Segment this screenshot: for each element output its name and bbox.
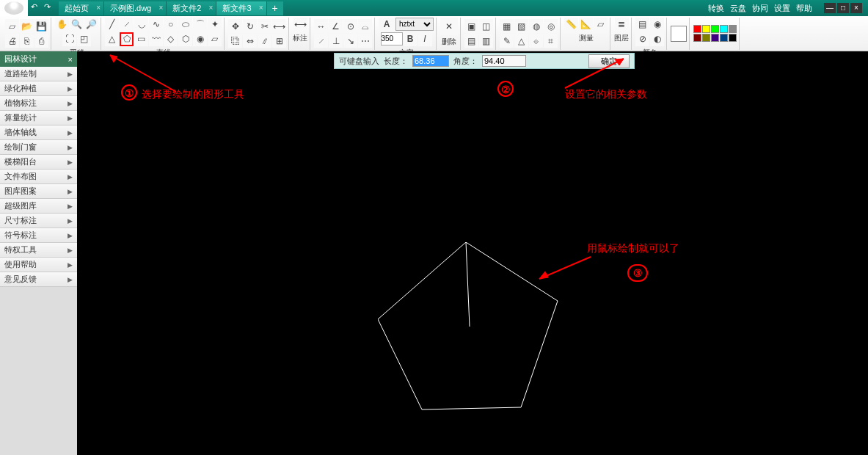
sidebar-item[interactable]: 尺寸标注▶ bbox=[0, 214, 77, 228]
measure2-icon[interactable]: 📐 bbox=[579, 18, 593, 32]
sidebar-item[interactable]: 道路绘制▶ bbox=[0, 67, 77, 81]
tab-add-button[interactable]: + bbox=[267, 1, 283, 15]
layer-prop-icon[interactable]: ▤ bbox=[635, 18, 649, 32]
new-icon[interactable]: ▱ bbox=[5, 19, 19, 33]
export-icon[interactable]: ⎘ bbox=[20, 34, 34, 48]
rect-icon[interactable]: ▭ bbox=[134, 32, 148, 46]
close-icon[interactable]: × bbox=[68, 55, 73, 64]
drawing-canvas[interactable]: 可键盘输入 长度： 角度： 确定 ① 选择要绘制的图形工具 ② 设置它的相关参数… bbox=[77, 51, 868, 455]
dim-icon[interactable]: ↔ bbox=[314, 19, 328, 33]
text-icon[interactable]: A bbox=[379, 18, 395, 32]
sidebar-item[interactable]: 特权工具▶ bbox=[0, 243, 77, 258]
move-icon[interactable]: ✥ bbox=[228, 19, 242, 33]
sidebar-item[interactable]: 墙体轴线▶ bbox=[0, 125, 77, 140]
sidebar-item[interactable]: 绘制门窗▶ bbox=[0, 140, 77, 155]
sidebar-item[interactable]: 文件布图▶ bbox=[0, 170, 77, 184]
dim-align-icon[interactable]: ⟋ bbox=[314, 34, 328, 48]
polyline-icon[interactable]: ⟋ bbox=[120, 18, 134, 32]
arc2-icon[interactable]: ⌒ bbox=[193, 18, 207, 32]
sidebar-item[interactable]: 楼梯阳台▶ bbox=[0, 155, 77, 170]
minimize-button[interactable]: — bbox=[824, 3, 836, 13]
spline-icon[interactable]: 〰 bbox=[149, 32, 163, 46]
length-input[interactable] bbox=[412, 55, 449, 67]
copy-icon[interactable]: ⿻ bbox=[228, 34, 242, 48]
italic-icon[interactable]: I bbox=[418, 32, 432, 46]
close-icon[interactable]: × bbox=[96, 4, 101, 12]
line-icon[interactable]: ╱ bbox=[105, 18, 119, 32]
settings-link[interactable]: 设置 bbox=[774, 3, 790, 14]
spiral-icon[interactable]: ◉ bbox=[193, 32, 207, 46]
triangle-icon[interactable]: △ bbox=[105, 32, 119, 46]
print-icon[interactable]: 🖨 bbox=[5, 34, 19, 48]
color-red[interactable] bbox=[693, 25, 701, 33]
pan-icon[interactable]: ✋ bbox=[55, 18, 69, 32]
area-icon[interactable]: ▱ bbox=[594, 18, 608, 32]
array-icon[interactable]: ⊞ bbox=[272, 34, 286, 48]
save-icon[interactable]: 💾 bbox=[34, 19, 48, 33]
dim-radius-icon[interactable]: ⊙ bbox=[343, 19, 357, 33]
tab-start[interactable]: 起始页× bbox=[59, 1, 104, 15]
maximize-button[interactable]: □ bbox=[837, 3, 849, 13]
sidebar-header[interactable]: 园林设计 × bbox=[0, 51, 77, 67]
layer-color-icon[interactable]: ◉ bbox=[650, 18, 664, 32]
cloud-link[interactable]: 云盘 bbox=[730, 3, 746, 14]
zoom-out-icon[interactable]: 🔎 bbox=[84, 18, 98, 32]
block-icon[interactable]: ▣ bbox=[464, 19, 478, 33]
close-icon[interactable]: × bbox=[209, 4, 214, 12]
circle-icon[interactable]: ○ bbox=[164, 18, 178, 32]
sidebar-item[interactable]: 图库图案▶ bbox=[0, 184, 77, 199]
angle-input[interactable] bbox=[482, 55, 526, 67]
hatch2-icon[interactable]: ▧ bbox=[514, 19, 528, 33]
delete-icon[interactable]: ✕ bbox=[440, 18, 458, 35]
close-button[interactable]: × bbox=[850, 3, 862, 13]
tab-file3[interactable]: 新文件3× bbox=[216, 1, 266, 15]
shape1-icon[interactable]: ◇ bbox=[164, 32, 178, 46]
zoom-in-icon[interactable]: 🔍 bbox=[70, 18, 84, 32]
close-icon[interactable]: × bbox=[259, 4, 263, 12]
edit4-icon[interactable]: ⌗ bbox=[544, 34, 558, 48]
dim-linear-icon[interactable]: ⟷ bbox=[293, 18, 307, 32]
color-purple[interactable] bbox=[711, 34, 719, 42]
color-navy[interactable] bbox=[720, 34, 728, 42]
sidebar-item[interactable]: 意见反馈▶ bbox=[0, 272, 77, 287]
current-color[interactable] bbox=[671, 26, 687, 42]
sidebar-item[interactable]: 算量统计▶ bbox=[0, 111, 77, 125]
font-size-input[interactable] bbox=[381, 32, 403, 46]
tab-example[interactable]: 示例图.dwg× bbox=[104, 1, 167, 15]
sidebar-item[interactable]: 符号标注▶ bbox=[0, 228, 77, 243]
user-avatar[interactable] bbox=[0, 0, 28, 16]
hatch-icon[interactable]: ▦ bbox=[500, 19, 514, 33]
close-icon[interactable]: × bbox=[158, 4, 163, 12]
layer-off-icon[interactable]: ⊘ bbox=[635, 32, 649, 46]
dim-lead-icon[interactable]: ↘ bbox=[343, 34, 357, 48]
offset-icon[interactable]: ⫽ bbox=[258, 34, 271, 48]
edit1-icon[interactable]: ✎ bbox=[500, 34, 514, 48]
dim-arc-icon[interactable]: ⌓ bbox=[358, 19, 372, 33]
hatch3-icon[interactable]: ◍ bbox=[529, 19, 543, 33]
undo-button[interactable]: ↶ bbox=[31, 2, 43, 14]
star-icon[interactable]: ✦ bbox=[208, 18, 222, 32]
collab-link[interactable]: 协同 bbox=[752, 3, 768, 14]
tab-file2[interactable]: 新文件2× bbox=[167, 1, 216, 15]
layer-on-icon[interactable]: ◐ bbox=[650, 32, 664, 46]
saveas-icon[interactable]: ⎙ bbox=[34, 34, 48, 48]
bold-icon[interactable]: B bbox=[404, 32, 417, 46]
sidebar-item[interactable]: 植物标注▶ bbox=[0, 96, 77, 111]
edit3-icon[interactable]: ⟐ bbox=[529, 34, 543, 48]
convert-link[interactable]: 转换 bbox=[708, 3, 724, 14]
dim-ord-icon[interactable]: ⊥ bbox=[329, 34, 343, 48]
block2-icon[interactable]: ◫ bbox=[479, 19, 493, 33]
sidebar-item[interactable]: 使用帮助▶ bbox=[0, 258, 77, 272]
color-black[interactable] bbox=[729, 34, 737, 42]
color-olive[interactable] bbox=[702, 34, 710, 42]
color-cyan[interactable] bbox=[720, 25, 728, 33]
block4-icon[interactable]: ▥ bbox=[479, 34, 493, 48]
hatch4-icon[interactable]: ◎ bbox=[544, 19, 558, 33]
shape2-icon[interactable]: ⬡ bbox=[178, 32, 192, 46]
trim-icon[interactable]: ✂ bbox=[258, 19, 271, 33]
sidebar-item[interactable]: 超级图库▶ bbox=[0, 199, 77, 214]
layer-icon[interactable]: ≣ bbox=[615, 18, 629, 32]
redo-button[interactable]: ↷ bbox=[44, 2, 56, 14]
help-link[interactable]: 帮助 bbox=[796, 3, 812, 14]
color-maroon[interactable] bbox=[693, 34, 701, 42]
